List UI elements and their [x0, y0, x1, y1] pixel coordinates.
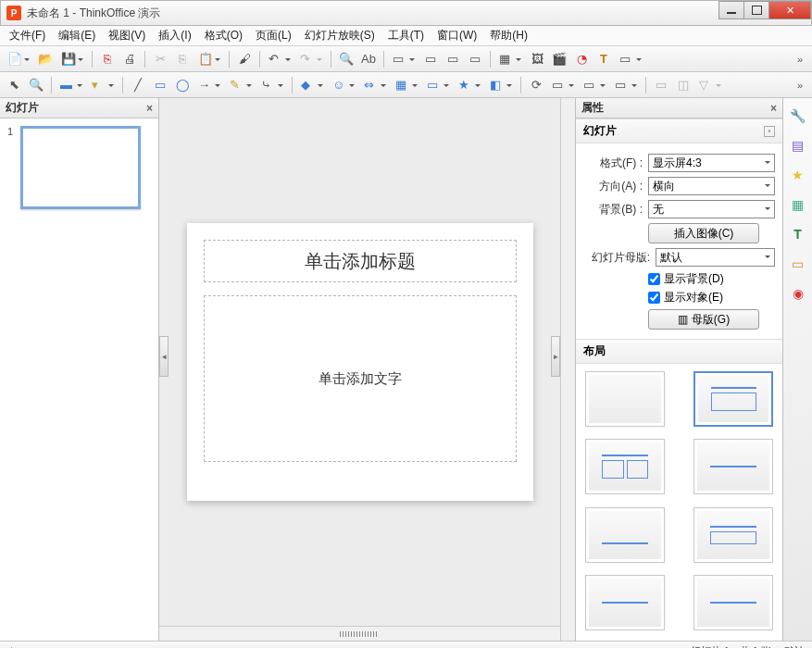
layout-two-content[interactable] — [693, 507, 773, 563]
layout-title-content[interactable] — [693, 371, 773, 427]
undo-button[interactable]: ↶ — [265, 49, 294, 69]
canvas-viewport[interactable]: ◂ 单击添加标题 单击添加文字 ▸ — [159, 98, 560, 626]
basic-shapes-button[interactable]: ◆ — [297, 75, 327, 95]
start-show-button[interactable]: ▭ — [465, 49, 485, 69]
slides-panel-close[interactable]: × — [146, 102, 153, 115]
layout-title-two-content[interactable] — [585, 439, 665, 494]
layout-extra1[interactable] — [585, 575, 665, 630]
line-color-button[interactable]: ▬ — [56, 75, 86, 95]
slide-master-button[interactable]: ▭ — [420, 49, 441, 69]
cut-button[interactable]: ✂ — [150, 49, 170, 69]
menu-insert[interactable]: 插入(I) — [153, 26, 196, 45]
slide-body-placeholder[interactable]: 单击添加文字 — [204, 295, 517, 462]
fill-color-button[interactable]: ▾ — [88, 75, 118, 95]
slide[interactable]: 单击添加标题 单击添加文字 — [187, 223, 533, 501]
ellipse-tool[interactable]: ◯ — [172, 75, 193, 95]
horizontal-scrollbar[interactable] — [159, 626, 560, 641]
arrow-tool[interactable]: → — [194, 75, 224, 95]
distribute-button[interactable]: ▭ — [611, 75, 641, 95]
rect-tool[interactable]: ▭ — [150, 75, 170, 95]
rail-properties-icon[interactable]: 🔧 — [788, 106, 808, 126]
background-select[interactable]: 无 — [648, 200, 775, 218]
layout-centered[interactable] — [585, 507, 665, 563]
menu-tools[interactable]: 工具(T) — [382, 26, 430, 45]
show-background-check[interactable]: 显示背景(D) — [583, 271, 775, 287]
connector-tool[interactable]: ⤷ — [257, 75, 287, 95]
layout-blank[interactable] — [585, 371, 665, 427]
rail-animation-icon[interactable]: ▭ — [788, 254, 808, 274]
shadow-button[interactable]: ▭ — [651, 75, 671, 95]
menu-view[interactable]: 视图(V) — [103, 26, 151, 45]
section-toggle-icon[interactable]: ▫ — [764, 126, 775, 137]
collapse-left-handle[interactable]: ◂ — [159, 336, 169, 377]
print-button[interactable]: 🖨 — [119, 49, 140, 69]
open-button[interactable]: 📂 — [35, 49, 56, 69]
crop-button[interactable]: ◫ — [673, 75, 693, 95]
text-box-button[interactable]: T — [593, 49, 614, 69]
slide-layout-button[interactable]: ▭ — [389, 49, 418, 69]
spellcheck-button[interactable]: Ab — [358, 49, 379, 69]
stars-button[interactable]: ★ — [455, 75, 484, 95]
align-button[interactable]: ▭ — [548, 75, 578, 95]
vertical-scrollbar[interactable] — [560, 98, 575, 641]
toolbar-expand[interactable]: » — [792, 54, 808, 65]
filter-button[interactable]: ▽ — [695, 75, 725, 95]
callout-button[interactable]: ▭ — [423, 75, 453, 95]
minimize-button[interactable] — [718, 1, 744, 19]
menu-edit[interactable]: 编辑(E) — [53, 26, 101, 45]
clone-format-button[interactable]: 🖌 — [234, 49, 255, 69]
menu-slideshow[interactable]: 幻灯片放映(S) — [299, 26, 381, 45]
save-button[interactable]: 💾 — [57, 49, 87, 69]
format-select[interactable]: 显示屏4:3 — [648, 154, 775, 172]
rotate-button[interactable]: ⟳ — [526, 75, 546, 95]
master-select[interactable]: 默认 — [656, 248, 775, 267]
master-value: 默认 — [660, 250, 682, 266]
slide-new-button[interactable]: ▭ — [443, 49, 463, 69]
menu-window[interactable]: 窗口(W) — [431, 26, 482, 45]
rail-text-icon[interactable]: T — [788, 224, 808, 244]
rail-navigator-icon[interactable]: ▦ — [788, 194, 808, 215]
3d-button[interactable]: ◧ — [486, 75, 516, 95]
rail-slides-icon[interactable]: ▤ — [788, 135, 808, 156]
properties-close[interactable]: × — [770, 102, 777, 115]
rail-transition-icon[interactable]: ◉ — [788, 283, 808, 304]
copy-button[interactable]: ⎘ — [172, 49, 193, 69]
curve-tool[interactable]: ✎ — [226, 75, 256, 95]
maximize-button[interactable] — [743, 1, 769, 19]
media-button[interactable]: 🎬 — [549, 49, 569, 69]
slide-thumbnail[interactable] — [20, 126, 141, 209]
image-button[interactable]: 🖼 — [527, 49, 547, 69]
select-tool[interactable]: ⬉ — [4, 75, 24, 95]
rail-gallery-icon[interactable]: ★ — [788, 165, 808, 185]
show-objects-check[interactable]: 显示对象(E) — [583, 290, 775, 305]
redo-button[interactable]: ↷ — [296, 49, 326, 69]
chart-button[interactable]: ◔ — [571, 49, 592, 69]
show-objects-checkbox[interactable] — [648, 292, 660, 304]
zoom-tool[interactable]: 🔍 — [26, 75, 46, 95]
orientation-select[interactable]: 横向 — [648, 177, 775, 195]
flowchart-button[interactable]: ▦ — [392, 75, 421, 95]
arrange-button[interactable]: ▭ — [580, 75, 609, 95]
symbol-shapes-button[interactable]: ☺ — [329, 75, 358, 95]
show-background-checkbox[interactable] — [648, 273, 660, 285]
layout-extra2[interactable] — [693, 575, 773, 630]
master-button[interactable]: ▥ 母版(G) — [648, 309, 759, 330]
fontwork-button[interactable]: ▭ — [616, 49, 645, 69]
export-pdf-button[interactable]: ⎘ — [97, 49, 118, 69]
menu-help[interactable]: 帮助(H) — [484, 26, 533, 45]
insert-image-button[interactable]: 插入图像(C) — [648, 223, 759, 243]
toolbar2-expand[interactable]: » — [792, 80, 808, 91]
menu-page[interactable]: 页面(L) — [250, 26, 297, 45]
menu-file[interactable]: 文件(F) — [4, 26, 51, 45]
layout-title-only[interactable] — [693, 439, 773, 494]
block-arrows-button[interactable]: ⇔ — [360, 75, 390, 95]
find-button[interactable]: 🔍 — [336, 49, 356, 69]
line-tool[interactable]: ╱ — [128, 75, 148, 95]
slide-title-placeholder[interactable]: 单击添加标题 — [204, 240, 517, 282]
table-button[interactable]: ▦ — [495, 49, 525, 69]
close-button[interactable] — [768, 1, 811, 19]
collapse-right-handle[interactable]: ▸ — [551, 336, 560, 377]
new-button[interactable]: 📄 — [4, 49, 33, 69]
paste-button[interactable]: 📋 — [194, 49, 224, 69]
menu-format[interactable]: 格式(O) — [199, 26, 248, 45]
